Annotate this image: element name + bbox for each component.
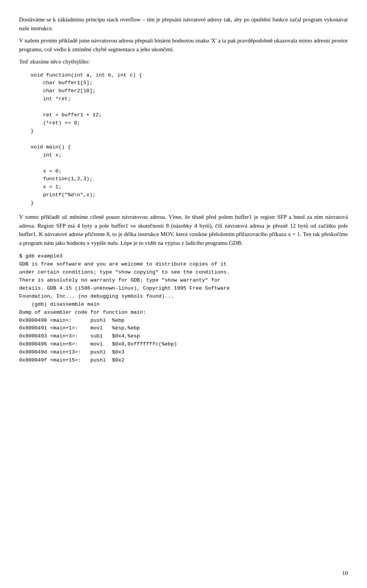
- code-block-2: $ gdb example3 GDB is free software and …: [19, 252, 348, 365]
- page-content: Dostáváme se k základnímu principu stack…: [19, 15, 348, 365]
- paragraph-3: Teď zkusíme něco chytřejšího:: [19, 57, 348, 66]
- code-block-1: void function(int a, int b, int c) { cha…: [31, 72, 348, 208]
- paragraph-1: Dostáváme se k základnímu principu stack…: [19, 15, 348, 33]
- page-number: 10: [342, 570, 348, 577]
- paragraph-2: V našem prvním příkladě jsme návratovou …: [19, 36, 348, 54]
- paragraph-4: V tomto příkladě už měníme cíleně pouze …: [19, 213, 348, 247]
